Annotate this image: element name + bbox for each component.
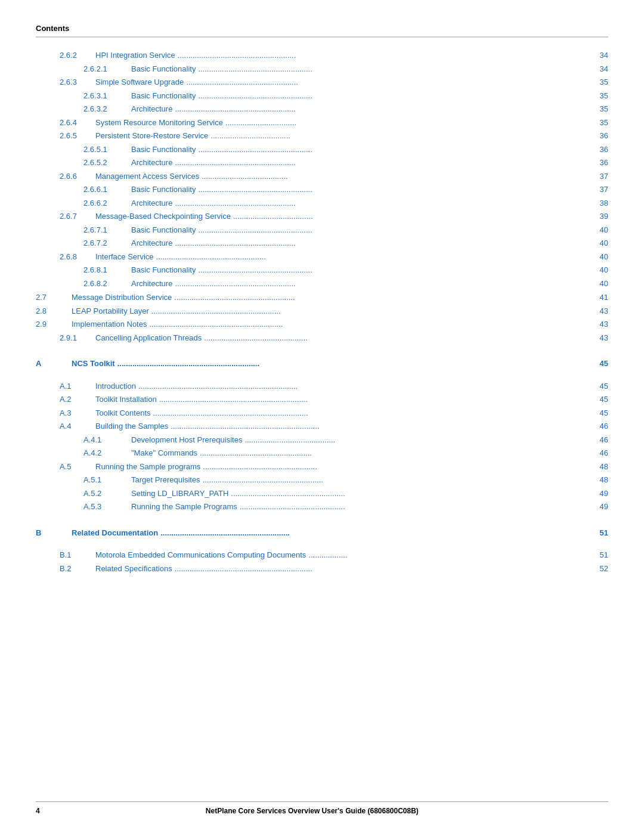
toc-number: A.4	[60, 420, 95, 432]
toc-number: 2.6.5.1	[83, 144, 131, 156]
list-item[interactable]: A.5.1 Target Prerequisites .............…	[36, 474, 608, 486]
toc-page: 41	[593, 292, 608, 304]
list-item[interactable]: A.1 Introduction .......................…	[36, 380, 608, 392]
toc-number: 2.6.3	[60, 76, 95, 88]
toc-page: 45	[593, 394, 608, 405]
list-item[interactable]: 2.6.7.2 Architecture ...................…	[36, 237, 608, 249]
toc-label[interactable]: LEAP Portability Layer	[72, 305, 149, 317]
toc-label[interactable]: "Make" Commands	[131, 447, 197, 459]
list-item[interactable]: 2.6.3.1 Basic Functionality ............…	[36, 90, 608, 102]
toc-label[interactable]: Toolkit Installation	[95, 394, 157, 405]
list-item[interactable]: 2.8 LEAP Portability Layer .............…	[36, 305, 608, 317]
list-item[interactable]: A.3 Toolkit Contents ...................…	[36, 407, 608, 419]
toc-number: A.5.2	[83, 488, 131, 500]
list-item[interactable]: A.4.2 "Make" Commands ..................…	[36, 447, 608, 459]
toc-dots: ........................................…	[198, 264, 591, 276]
toc-label[interactable]: Basic Functionality	[131, 224, 196, 236]
list-item[interactable]: 2.6.5.1 Basic Functionality ............…	[36, 144, 608, 156]
toc-label[interactable]: Development Host Prerequisites	[131, 434, 242, 446]
toc-label[interactable]: Persistent Store-Restore Service	[95, 130, 208, 142]
list-item[interactable]: 2.6.6.2 Architecture ...................…	[36, 197, 608, 209]
toc-label[interactable]: Introduction	[95, 380, 136, 392]
toc-label[interactable]: Setting LD_LIBRARY_PATH	[131, 488, 228, 500]
toc-dots: ........................................…	[159, 394, 591, 405]
list-item[interactable]: 2.6.5 Persistent Store-Restore Service .…	[36, 130, 608, 142]
toc-label[interactable]: Basic Functionality	[131, 144, 196, 156]
toc-label[interactable]: Architecture	[131, 157, 172, 169]
toc-label[interactable]: Basic Functionality	[131, 184, 196, 196]
list-item[interactable]: 2.6.6 Management Access Services .......…	[36, 171, 608, 182]
toc-label[interactable]: Basic Functionality	[131, 63, 196, 75]
list-item[interactable]: A.5.2 Setting LD_LIBRARY_PATH ..........…	[36, 488, 608, 500]
toc-label[interactable]: Implementation Notes	[72, 318, 147, 330]
toc-number: A.4.1	[83, 434, 131, 446]
page-header: Contents	[36, 24, 608, 38]
toc-label[interactable]: System Resource Monitoring Service	[95, 117, 223, 129]
list-item[interactable]: A.4 Building the Samples ...............…	[36, 420, 608, 432]
toc-label[interactable]: Simple Software Upgrade	[95, 76, 184, 88]
toc-number: 2.6.2	[60, 49, 95, 61]
toc-number: 2.7	[36, 292, 72, 304]
toc-page: 37	[593, 184, 608, 196]
toc-label[interactable]: Toolkit Contents	[95, 407, 151, 419]
list-item[interactable]: 2.6.4 System Resource Monitoring Service…	[36, 117, 608, 129]
list-item[interactable]: 2.6.3 Simple Software Upgrade ..........…	[36, 76, 608, 88]
toc-label[interactable]: Target Prerequisites	[131, 474, 200, 486]
toc-label[interactable]: Related Documentation	[72, 527, 158, 539]
list-item[interactable]: A.5.3 Running the Sample Programs ......…	[36, 501, 608, 513]
list-item[interactable]: 2.6.7.1 Basic Functionality ............…	[36, 224, 608, 236]
toc-label[interactable]: Basic Functionality	[131, 264, 196, 276]
toc-label[interactable]: Message-Based Checkpointing Service	[95, 210, 231, 222]
toc-label[interactable]: Interface Service	[95, 251, 154, 263]
toc-label[interactable]: NCS Toolkit	[72, 358, 115, 370]
list-item[interactable]: 2.7 Message Distribution Service .......…	[36, 292, 608, 304]
list-item[interactable]: 2.6.2 HPI Integration Service ..........…	[36, 49, 608, 61]
toc-label[interactable]: Architecture	[131, 197, 172, 209]
toc-label[interactable]: Message Distribution Service	[72, 292, 172, 304]
list-item[interactable]: 2.9.1 Cancelling Application Threads ...…	[36, 332, 608, 344]
toc-page: 51	[593, 527, 608, 539]
toc-dots: ........................................…	[175, 278, 591, 290]
list-item[interactable]: 2.6.8.2 Architecture ...................…	[36, 278, 608, 290]
list-item[interactable]: 2.6.7 Message-Based Checkpointing Servic…	[36, 210, 608, 222]
list-item[interactable]: B.2 Related Specifications .............…	[36, 563, 608, 575]
list-item[interactable]: 2.9 Implementation Notes ...............…	[36, 318, 608, 330]
toc-page: 46	[593, 447, 608, 459]
appendix-header-b[interactable]: B Related Documentation ................…	[36, 527, 608, 539]
toc-label[interactable]: Basic Functionality	[131, 90, 196, 102]
toc-label[interactable]: HPI Integration Service	[95, 49, 175, 61]
list-item[interactable]: A.2 Toolkit Installation ...............…	[36, 394, 608, 405]
toc-number: 2.6.5	[60, 130, 95, 142]
list-item[interactable]: 2.6.5.2 Architecture ...................…	[36, 157, 608, 169]
toc-label[interactable]: Related Specifications	[95, 563, 172, 575]
toc-dots: ........................................…	[231, 488, 591, 500]
toc-label[interactable]: Cancelling Application Threads	[95, 332, 202, 344]
toc-label[interactable]: Architecture	[131, 278, 172, 290]
toc-page: 45	[593, 407, 608, 419]
toc-page: 49	[593, 501, 608, 513]
list-item[interactable]: 2.6.6.1 Basic Functionality ............…	[36, 184, 608, 196]
list-item[interactable]: 2.6.3.2 Architecture ...................…	[36, 103, 608, 115]
toc-number: A.4.2	[83, 447, 131, 459]
toc-page: 51	[593, 549, 608, 561]
toc-label[interactable]: Architecture	[131, 237, 172, 249]
toc-dots: ........................................…	[204, 332, 591, 344]
header-title: Contents	[36, 24, 69, 33]
list-item[interactable]: 2.6.8.1 Basic Functionality ............…	[36, 264, 608, 276]
toc-label[interactable]: Architecture	[131, 103, 172, 115]
appendix-header-a[interactable]: A NCS Toolkit ..........................…	[36, 358, 608, 370]
list-item[interactable]: B.1 Motorola Embedded Communications Com…	[36, 549, 608, 561]
list-item[interactable]: 2.6.8 Interface Service ................…	[36, 251, 608, 263]
toc-number: B.1	[60, 549, 95, 561]
list-item[interactable]: A.4.1 Development Host Prerequisites ...…	[36, 434, 608, 446]
page-footer: 4 NetPlane Core Services Overview User's…	[36, 801, 608, 815]
toc-dots: ........................................…	[203, 461, 591, 473]
toc-label[interactable]: Building the Samples	[95, 420, 168, 432]
toc-label[interactable]: Running the Sample Programs	[131, 501, 237, 513]
toc-page: 43	[593, 305, 608, 317]
toc-label[interactable]: Motorola Embedded Communications Computi…	[95, 549, 306, 561]
list-item[interactable]: A.5 Running the Sample programs ........…	[36, 461, 608, 473]
list-item[interactable]: 2.6.2.1 Basic Functionality ............…	[36, 63, 608, 75]
toc-label[interactable]: Running the Sample programs	[95, 461, 200, 473]
toc-label[interactable]: Management Access Services	[95, 171, 199, 182]
